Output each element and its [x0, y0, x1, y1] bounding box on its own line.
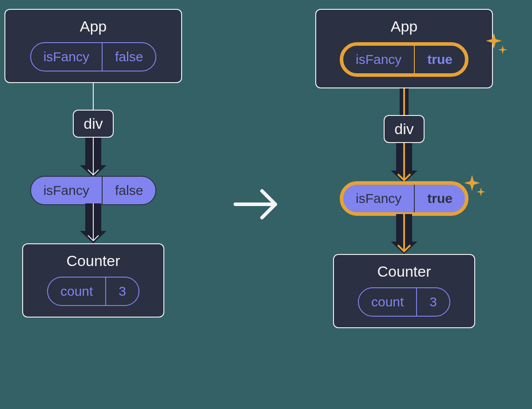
passed-prop-value: true — [415, 185, 465, 212]
div-node: div — [384, 115, 424, 143]
app-state-pill-updated: isFancy true — [340, 42, 468, 77]
counter-title: Counter — [67, 252, 120, 270]
div-label: div — [394, 120, 413, 138]
tree-after: App isFancy true div isFancy tru — [315, 9, 493, 328]
passed-prop-key: isFancy — [343, 185, 415, 212]
counter-state-key: count — [48, 278, 106, 305]
transition-arrow-icon — [231, 187, 284, 224]
div-label: div — [83, 115, 103, 132]
counter-title: Counter — [377, 263, 431, 280]
app-node: App isFancy false — [4, 9, 182, 83]
app-state-value: false — [103, 43, 155, 71]
arrow-down-1 — [80, 138, 107, 178]
sparkle-icon — [486, 33, 508, 61]
counter-node: Counter count 3 — [333, 254, 475, 328]
app-state-key: isFancy — [31, 43, 103, 71]
app-state-pill: isFancy false — [30, 42, 157, 71]
connector-halo — [395, 88, 413, 115]
passed-prop-pill: isFancy false — [30, 176, 157, 205]
passed-prop-key: isFancy — [31, 177, 103, 204]
app-title: App — [80, 18, 107, 35]
sparkle-icon — [464, 175, 486, 203]
counter-state-value: 3 — [417, 288, 449, 316]
counter-state-key: count — [359, 288, 417, 316]
counter-state-pill: count 3 — [47, 277, 139, 306]
app-state-value: true — [415, 46, 465, 73]
tree-before: App isFancy false div isFancy false Coun… — [4, 9, 182, 318]
connector-line — [93, 83, 94, 110]
counter-node: Counter count 3 — [22, 243, 164, 318]
app-title: App — [391, 18, 418, 35]
app-node: App isFancy true — [315, 9, 493, 88]
arrow-down-1-halo — [391, 143, 417, 183]
app-state-key: isFancy — [343, 46, 415, 73]
passed-prop-value: false — [103, 177, 155, 204]
counter-state-value: 3 — [106, 278, 139, 305]
arrow-down-2-halo — [391, 214, 417, 254]
counter-state-pill: count 3 — [358, 287, 450, 317]
div-node: div — [73, 110, 113, 138]
passed-prop-wrapper: isFancy true — [340, 183, 468, 214]
passed-prop-pill-updated: isFancy true — [340, 181, 468, 216]
arrow-down-2 — [80, 203, 107, 243]
